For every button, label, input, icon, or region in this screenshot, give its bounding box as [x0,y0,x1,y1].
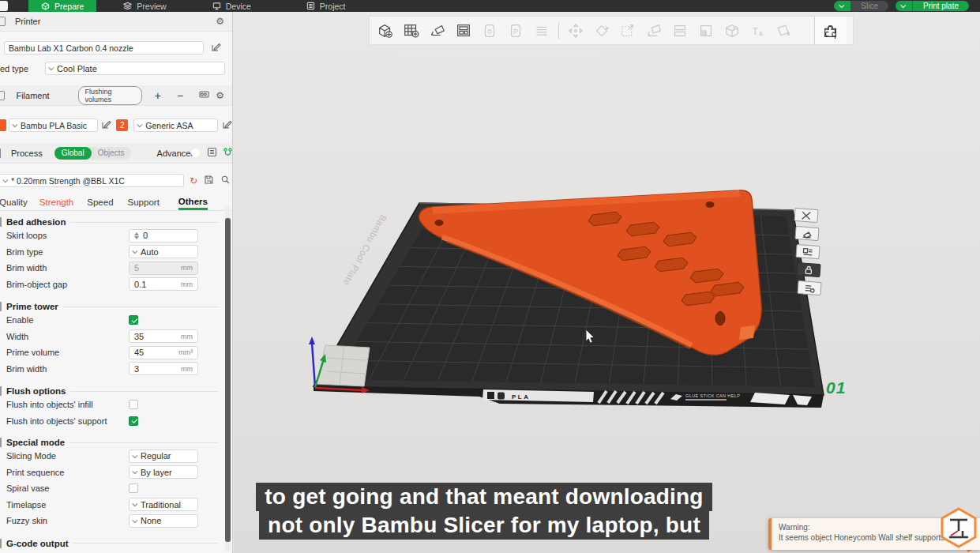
filament-section-header: Filament Flushing volumes + − ⚙ [0,85,232,106]
brim-width-label: Brim width [6,263,129,273]
process-tabs: Quality Strength Speed Support Others [0,194,232,211]
paint-tool-icon[interactable] [775,21,794,40]
prime-volume-input[interactable]: 45mm³ [129,346,198,359]
slice-dropdown-chevron[interactable] [834,1,850,11]
assembly-view-icon[interactable] [821,21,840,40]
flush-support-checkbox[interactable] [129,416,138,426]
tab-speed[interactable]: Speed [87,198,113,210]
print-sequence-select[interactable]: By layer [129,465,198,479]
filament-icon [0,91,5,100]
delete-plate-button[interactable] [794,208,818,223]
filament-1-select[interactable]: Bambu PLA Basic [9,118,98,132]
tab-strength[interactable]: Strength [39,198,73,210]
filament-2-color-swatch[interactable]: 2 [116,119,128,131]
remove-filament-button[interactable]: − [177,90,183,101]
tab-quality[interactable]: Quality [0,198,28,210]
svg-text:P: P [513,27,518,35]
printer-select[interactable]: Bambu Lab X1 Carbon 0.4 nozzle [4,41,204,55]
brim-object-gap-label: Brim-object gap [6,280,129,289]
support-warning-badge [937,506,980,550]
prime-enable-checkbox[interactable] [129,315,138,325]
setting-row: Brim-object gap 0.1mm [0,276,232,293]
split-objects-icon[interactable] [670,21,689,40]
plate-settings-button[interactable] [797,280,821,295]
objects-organize-icon[interactable] [223,147,233,159]
move-icon[interactable] [566,21,585,40]
variable-layer-icon[interactable] [723,21,742,40]
setting-row: Brim width 3mm [0,361,232,378]
process-icon [0,149,1,158]
printer-edit-icon[interactable] [211,42,221,54]
tab-preview[interactable]: Preview [111,0,178,12]
document-0-icon[interactable]: 0 [480,21,499,40]
title-bar: Prepare Preview Device Project Slice Pri… [0,0,980,12]
scope-objects[interactable]: Objects [92,149,131,157]
print-plate-button[interactable]: Print plate [912,1,969,11]
slicing-mode-select[interactable]: Regular [129,450,198,463]
text-tool-icon[interactable]: Ta [749,21,768,40]
plate-name-button[interactable] [795,244,820,259]
filament-2-edit-icon[interactable] [222,119,232,131]
slice-button[interactable]: Slice [850,1,888,11]
printer-name: Bambu Lab X1 Carbon 0.4 nozzle [9,43,133,53]
print-plate-dropdown-chevron[interactable] [896,1,912,11]
bed-type-value: Cool Plate [57,64,97,73]
add-object-icon[interactable] [376,21,395,40]
skirt-loops-spinner[interactable]: 0 [129,229,198,243]
skirt-loops-label: Skirt loops [6,231,129,240]
filament-settings-gear-icon[interactable]: ⚙ [216,91,224,100]
chevron-down-icon [2,177,8,182]
ams-icon[interactable] [199,89,209,101]
search-icon[interactable] [220,175,231,186]
auto-orient-icon[interactable] [428,21,447,40]
spinner-arrows[interactable] [134,232,139,239]
reset-preset-icon[interactable]: ↻ [190,175,197,186]
prime-brim-width-input[interactable]: 3mm [129,362,198,375]
scope-global[interactable]: Global [54,147,92,160]
filament-2-select[interactable]: Generic ASA [133,118,218,132]
scale-icon[interactable] [618,21,637,40]
chevron-down-icon [137,122,143,127]
flush-infill-checkbox[interactable] [129,400,138,409]
filament-1-name: Bambu PLA Basic [21,121,87,130]
setting-row: Width 35mm [0,329,232,345]
setting-row: Brim type Auto [0,244,232,261]
prime-width-input[interactable]: 35mm [129,329,198,343]
flushing-volumes-button[interactable]: Flushing volumes [78,86,142,105]
filament-1-edit-icon[interactable] [101,119,111,131]
tab-preview-label: Preview [137,2,166,11]
add-plate-icon[interactable] [402,21,421,40]
process-preset-select[interactable]: * 0.20mm Strength @BBL X1C [0,174,184,187]
filament-section-title: Filament [16,91,49,100]
tab-prepare[interactable]: Prepare [28,0,96,12]
svg-text:a: a [759,30,763,37]
tab-project[interactable]: Project [294,0,359,12]
rotate-icon[interactable] [592,21,611,40]
bed-type-select[interactable]: Cool Plate [45,62,225,75]
arrange-icon[interactable] [454,21,473,40]
tab-others[interactable]: Others [178,197,208,210]
printer-section-header: Printer ⚙ [0,12,232,32]
layers-icon[interactable] [532,21,551,40]
document-p-icon[interactable]: P [506,21,525,40]
brim-type-select[interactable]: Auto [129,245,198,258]
lock-plate-button[interactable] [796,262,820,277]
brim-object-gap-input[interactable]: 0.1mm [129,277,198,291]
save-preset-icon[interactable] [204,175,214,186]
split-parts-icon[interactable] [697,21,715,40]
toast-message: It seems object Honeycomb Wall shelf sup… [779,533,949,542]
process-section-header: Process Global Objects Advanced [0,143,232,164]
brim-width-input[interactable]: 5mm [129,261,198,275]
lay-flat-icon[interactable] [644,21,663,40]
svg-text:0: 0 [487,27,491,35]
orient-plate-button[interactable] [794,226,819,241]
tab-device[interactable]: Device [200,0,264,12]
slicing-mode-label: Slicing Mode [6,451,129,461]
add-filament-button[interactable]: + [155,90,161,101]
setting-row: Flush into objects' infill [0,397,232,413]
process-list-icon[interactable] [207,147,217,159]
filament-1-color-swatch[interactable] [0,119,6,131]
svg-text:T: T [753,25,758,36]
printer-settings-gear-icon[interactable]: ⚙ [216,17,224,26]
tab-support[interactable]: Support [128,198,160,210]
